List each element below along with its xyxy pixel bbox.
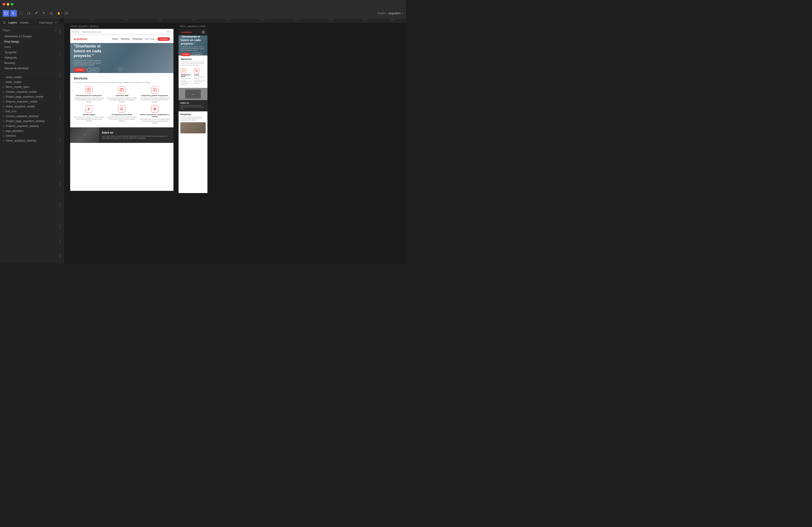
breadcrumb-area: Drafts / arquidom ▾ bbox=[378, 12, 404, 15]
hero-contacto-button[interactable]: Contacto bbox=[74, 68, 85, 72]
mobile-contacto-button[interactable]: Contacto bbox=[181, 53, 191, 56]
mobile-sobre-title: Sobre mí bbox=[180, 102, 206, 104]
page-item-icons[interactable]: Icons bbox=[0, 44, 59, 50]
layer-item-projects-desktop[interactable]: ⊞ Projects_arquidom_desktop bbox=[0, 124, 59, 129]
ruler-label-4000v: -4000 bbox=[59, 117, 61, 121]
page-item-branding[interactable]: Branding bbox=[0, 60, 59, 66]
mobile-menu-icon[interactable]: ☰ bbox=[202, 30, 205, 34]
nav-home[interactable]: Home bbox=[112, 38, 118, 40]
url-bar[interactable]: https://arquidom.com/ bbox=[81, 30, 166, 34]
layer-name-projects-mobile: Projects_arquidom_mobile bbox=[6, 100, 37, 103]
layers-tab[interactable]: Layers bbox=[9, 20, 17, 25]
minimize-button[interactable] bbox=[7, 3, 9, 5]
pen-tool-button[interactable] bbox=[33, 10, 40, 17]
svg-rect-29 bbox=[196, 70, 198, 72]
page-name-tipografia: Tipografía bbox=[4, 51, 16, 54]
component-tool-button[interactable] bbox=[48, 10, 55, 17]
mobile-logo-accent: : bbox=[191, 31, 192, 33]
layer-item-mail-icon[interactable]: ≡ mail_icon bbox=[0, 109, 59, 114]
layer-item-home-mobile[interactable]: ⊞ Home_arquidom_mobile bbox=[0, 104, 59, 109]
ruler-label-6250: -6250 bbox=[226, 19, 230, 21]
contact-nav-button[interactable]: Contacto bbox=[158, 37, 170, 41]
add-page-button[interactable]: + bbox=[55, 29, 57, 32]
mobile-service-icon-0 bbox=[181, 68, 186, 73]
browser-dot-1 bbox=[72, 31, 74, 33]
frame-icon-project-desktop: ⊞ bbox=[3, 120, 4, 122]
shape-tool-button[interactable] bbox=[25, 10, 32, 17]
drafts-label: Drafts bbox=[378, 12, 385, 15]
text-tool-button[interactable]: T bbox=[40, 10, 47, 17]
services-grid: Documentación de construcción Lorem ipsu… bbox=[74, 86, 170, 124]
mobile-service-name-1: Gestión bbox=[194, 74, 205, 76]
layer-item-project-page-mobile[interactable]: ⊞ Project_page_arquidom_mobile bbox=[0, 94, 59, 99]
mobile-services-desc: Lorem ipsum dolor sit amet consectetur, … bbox=[181, 61, 205, 66]
ruler-label-7250: -7250 bbox=[89, 19, 93, 21]
move-tool-button[interactable] bbox=[3, 10, 9, 17]
dropdown-arrow-icon[interactable]: ▾ bbox=[402, 12, 403, 15]
mobile-servicios-button[interactable]: Servicios bbox=[192, 53, 202, 56]
layer-item-projects-mobile[interactable]: ⊞ Projects_arquidom_mobile bbox=[0, 99, 59, 104]
hero-scroll-arrow[interactable]: ↓ bbox=[118, 67, 122, 71]
service-item-0: Documentación de construcción Lorem ipsu… bbox=[74, 86, 104, 103]
layer-item-menu-mobile-open[interactable]: ⊞ Menu_mobile_open bbox=[0, 85, 59, 89]
layer-item-services[interactable]: ⊞ Services bbox=[0, 133, 59, 138]
layer-item-project-page-desktop[interactable]: ⊞ Project_page_arquidom_desktop bbox=[0, 119, 59, 124]
page-item-final-design[interactable]: Final Design bbox=[0, 39, 59, 44]
service-item-5: Nueva construcción, rehabilitación y ref… bbox=[140, 105, 170, 124]
layer-item-slider-mobile[interactable]: ⁘ slider_mobile bbox=[0, 80, 59, 85]
page-item-tipografia[interactable]: Tipografía bbox=[0, 50, 59, 55]
service-item-1: Consultoría BIM Lorem ipsum dolor sit am… bbox=[106, 86, 137, 103]
svg-rect-14 bbox=[87, 88, 90, 92]
layer-item-home-desktop[interactable]: ⊞ Home_arquidom_desktop bbox=[0, 138, 59, 143]
frame-icon-mail: ≡ bbox=[3, 110, 4, 112]
service-title-0: Documentación de construcción bbox=[76, 94, 102, 96]
frame-tool-button[interactable] bbox=[18, 10, 25, 17]
mobile-sobre-desc: Lorem ipsum dolor sit amet consectetur a… bbox=[180, 105, 206, 109]
layer-name-projects-desktop: Projects_arquidom_desktop bbox=[6, 124, 39, 127]
ruler-label-3750v: -3750 bbox=[59, 138, 61, 143]
frame-icon-services: ⊞ bbox=[3, 135, 4, 137]
site-nav: arquidom: Home Servicios Proyectos ESP |… bbox=[70, 35, 173, 43]
page-name-styleguide: Styleguide bbox=[4, 56, 17, 59]
select-tool-button[interactable] bbox=[10, 10, 17, 17]
layer-name-contact-mobile: Contact_arquidom_mobile bbox=[6, 90, 37, 93]
layer-item-logo[interactable]: ⊞ logo_arquidom bbox=[0, 129, 59, 133]
frame-icon-projects-desktop: ⊞ bbox=[3, 125, 4, 127]
desktop-design-frame[interactable]: https://arquidom.com/ ⟳ ⋯ arquidom: Home… bbox=[70, 29, 173, 191]
canvas-viewport[interactable]: Home_arquidom_desktop https://arquidom.c… bbox=[64, 22, 406, 264]
mobile-services-section: Servicios Lorem ipsum dolor sit amet con… bbox=[178, 56, 207, 88]
ruler-label-5500: -5500 bbox=[329, 19, 333, 21]
ruler-label-4500v: -4500 bbox=[59, 73, 61, 78]
mobile-logo: arquidom: bbox=[181, 31, 192, 33]
mobile-laptop-image: 💻 bbox=[178, 88, 207, 100]
mobile-hero-content: "Diseñando el futuro en cada proyecto." … bbox=[181, 35, 205, 56]
page-item-styleguide[interactable]: Styleguide bbox=[0, 55, 59, 60]
layer-item-contact-desktop[interactable]: ⊞ Contact_arquidom_desktop bbox=[0, 114, 59, 119]
hand-tool-button[interactable]: ✋ bbox=[56, 10, 62, 17]
lang-switch[interactable]: ESP | ENG bbox=[145, 38, 155, 40]
nav-servicios[interactable]: Servicios bbox=[120, 38, 130, 40]
hero-servicios-button[interactable]: Servicios bbox=[87, 68, 99, 72]
desktop-frame-label: Home_arquidom_desktop bbox=[71, 25, 99, 28]
layer-name-home-desktop: Home_arquidom_desktop bbox=[6, 139, 36, 142]
maximize-button[interactable] bbox=[11, 3, 13, 5]
layer-item-contact-mobile[interactable]: ⊞ Contact_arquidom_mobile bbox=[0, 89, 59, 94]
frame-icon-contact-desktop: ⊞ bbox=[3, 115, 4, 118]
page-name-final-design: Final Design bbox=[4, 40, 19, 43]
layer-item-arrow-mobile[interactable]: ⁘ arrow_mobile bbox=[0, 75, 59, 80]
service-icon-2 bbox=[151, 86, 158, 93]
comment-tool-button[interactable] bbox=[63, 10, 70, 17]
mobile-design-frame[interactable]: arquidom: ☰ "Diseñando el futuro en cada… bbox=[178, 29, 207, 193]
assets-tab[interactable]: Assets bbox=[20, 20, 28, 25]
layer-name-arrow-mobile: arrow_mobile bbox=[6, 76, 22, 79]
service-item-2: Desarrollo y gestión de proyectos Lorem … bbox=[140, 86, 170, 103]
page-item-manual[interactable]: Manual de identidad bbox=[0, 66, 59, 71]
nav-proyectos[interactable]: Proyectos bbox=[132, 38, 142, 40]
canvas-area[interactable]: -7250 -7000 -6750 -6500 -6250 -6000 -575… bbox=[59, 18, 406, 264]
close-button[interactable] bbox=[3, 3, 5, 5]
sidebar: Layers Assets Final Design ▾ Pages + Wir… bbox=[0, 18, 59, 264]
panel-dropdown-icon[interactable]: ▾ bbox=[55, 21, 57, 24]
browser-icon-2: ⋯ bbox=[170, 31, 171, 33]
page-item-wireframes[interactable]: Wireframes & Changes bbox=[0, 34, 59, 39]
ruler-label-5000: -5000 bbox=[390, 19, 394, 21]
